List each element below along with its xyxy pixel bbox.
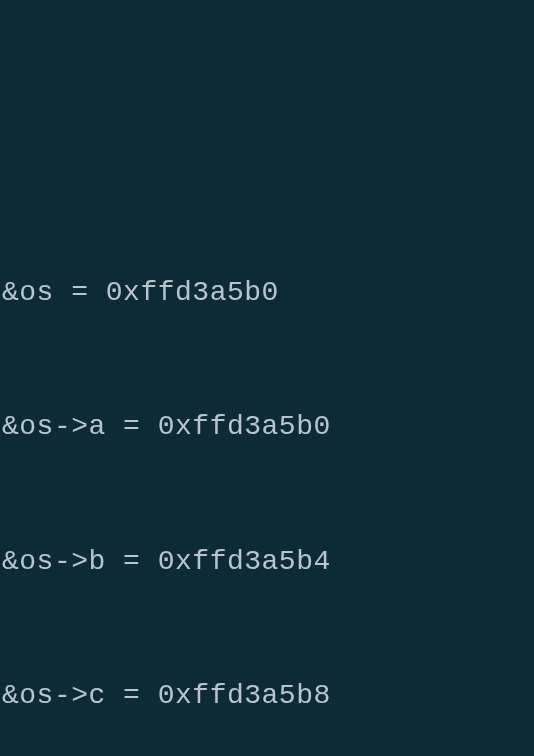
output-line: &os = 0xffd3a5b0 — [2, 271, 532, 316]
terminal-output: &os = 0xffd3a5b0 &os->a = 0xffd3a5b0 &os… — [2, 181, 532, 756]
output-line: &os->b = 0xffd3a5b4 — [2, 540, 532, 585]
output-line: &os->c = 0xffd3a5b8 — [2, 674, 532, 719]
output-line: &os->a = 0xffd3a5b0 — [2, 405, 532, 450]
